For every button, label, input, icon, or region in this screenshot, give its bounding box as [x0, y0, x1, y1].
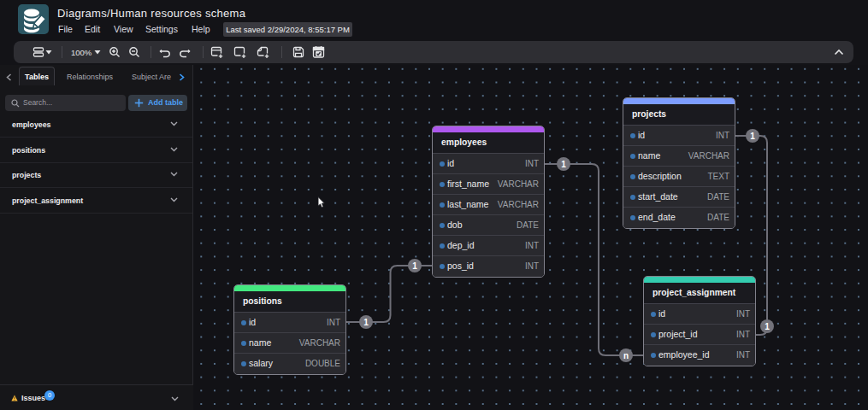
- svg-text:1: 1: [412, 261, 417, 271]
- svg-text:1: 1: [561, 160, 566, 169]
- svg-text:1: 1: [750, 132, 755, 141]
- svg-text:1: 1: [765, 322, 770, 331]
- svg-text:n: n: [623, 351, 629, 360]
- svg-text:1: 1: [363, 318, 369, 327]
